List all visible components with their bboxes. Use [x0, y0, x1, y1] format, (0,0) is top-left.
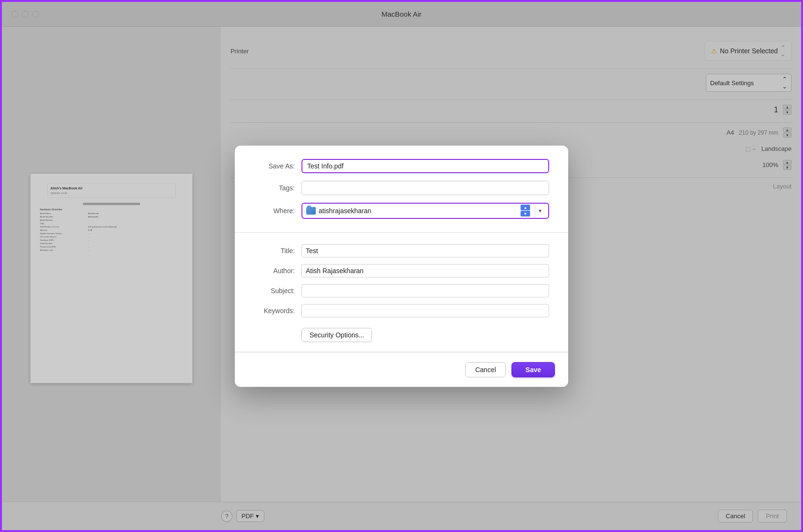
tags-row: Tags:: [254, 181, 549, 195]
save-as-input[interactable]: [301, 159, 549, 173]
dialog-footer: Cancel Save: [235, 352, 568, 387]
author-input[interactable]: [301, 264, 549, 277]
tags-input[interactable]: [301, 181, 549, 195]
save-as-row: Save As:: [254, 159, 549, 173]
title-row: Title:: [254, 244, 549, 257]
where-label: Where:: [254, 207, 301, 215]
title-input[interactable]: [301, 244, 549, 257]
save-dialog: Save As: Tags: Where: atishrajasekharan: [235, 146, 568, 387]
author-label: Author:: [254, 267, 301, 275]
where-stepper[interactable]: ▲ ▼: [521, 205, 530, 217]
save-as-label: Save As:: [254, 162, 301, 170]
author-row: Author:: [254, 264, 549, 277]
keywords-input[interactable]: [301, 304, 549, 317]
where-row: Where: atishrajasekharan ▲ ▼ ▾: [254, 203, 549, 219]
dialog-cancel-button[interactable]: Cancel: [465, 362, 506, 377]
where-selector[interactable]: atishrajasekharan ▲ ▼ ▾: [301, 203, 549, 219]
keywords-row: Keywords:: [254, 304, 549, 317]
where-chevron[interactable]: ▾: [535, 204, 544, 217]
title-label: Title:: [254, 247, 301, 255]
tags-label: Tags:: [254, 184, 301, 192]
security-options-button[interactable]: Security Options...: [301, 328, 372, 342]
keywords-label: Keywords:: [254, 307, 301, 315]
where-stepper-up[interactable]: ▲: [521, 205, 530, 210]
dialog-metadata-section: Title: Author: Subject: Keywords:: [235, 233, 568, 352]
mac-window: MacBook Air Atish's MacBook Air 9/8/2024…: [2, 2, 801, 530]
where-value: atishrajasekharan: [319, 207, 518, 215]
where-stepper-down[interactable]: ▼: [521, 211, 530, 217]
subject-input[interactable]: [301, 284, 549, 297]
subject-label: Subject:: [254, 287, 301, 295]
dialog-top-section: Save As: Tags: Where: atishrajasekharan: [235, 146, 568, 232]
dialog-save-button[interactable]: Save: [512, 362, 555, 377]
subject-row: Subject:: [254, 284, 549, 297]
dialog-overlay: Save As: Tags: Where: atishrajasekharan: [2, 2, 801, 530]
folder-icon: [306, 207, 316, 215]
